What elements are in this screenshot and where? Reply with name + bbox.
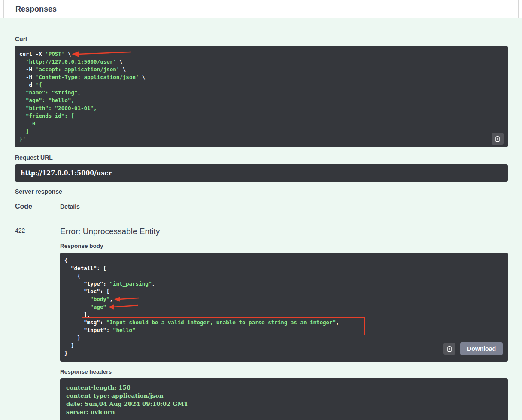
request-url-label: Request URL — [15, 154, 508, 161]
response-headers-block: content-length: 150content-type: applica… — [60, 378, 508, 420]
responses-title: Responses — [15, 5, 57, 14]
download-button[interactable]: Download — [460, 342, 503, 355]
server-response-row: 422 Error: Unprocessable Entity Response… — [15, 216, 508, 420]
status-code: 422 — [15, 226, 60, 420]
response-body-code-block: { "detail": [ { "type": "int_parsing", "… — [60, 253, 508, 362]
response-headers-text: content-length: 150content-type: applica… — [66, 383, 502, 416]
copy-curl-button[interactable] — [492, 133, 504, 145]
copy-icon — [446, 345, 453, 353]
curl-code-block: curl -X 'POST' \ 'http://127.0.0.1:5000/… — [15, 46, 508, 147]
response-headers-label: Response headers — [60, 368, 508, 375]
responses-section-header: Responses — [0, 0, 522, 18]
response-details-column: Error: Unprocessable Entity Response bod… — [60, 226, 508, 420]
code-column-header: Code — [15, 203, 60, 210]
response-body-text: { "detail": [ { "type": "int_parsing", "… — [64, 257, 504, 357]
server-response-table-header: Code Details — [15, 203, 508, 216]
curl-command-text: curl -X 'POST' \ 'http://127.0.0.1:5000/… — [19, 50, 504, 143]
copy-icon — [494, 135, 501, 143]
curl-label: Curl — [15, 36, 508, 43]
responses-live-panel: Curl curl -X 'POST' \ 'http://127.0.0.1:… — [0, 18, 522, 420]
status-text: Error: Unprocessable Entity — [60, 226, 508, 237]
copy-response-button[interactable] — [443, 343, 455, 355]
responses-header-inner: Responses — [3, 0, 519, 18]
request-url-block: http://127.0.0.1:5000/user — [15, 164, 508, 182]
response-body-label: Response body — [60, 243, 508, 249]
server-response-label: Server response — [15, 188, 508, 195]
details-column-header: Details — [60, 203, 508, 210]
request-url-value: http://127.0.0.1:5000/user — [21, 169, 112, 177]
